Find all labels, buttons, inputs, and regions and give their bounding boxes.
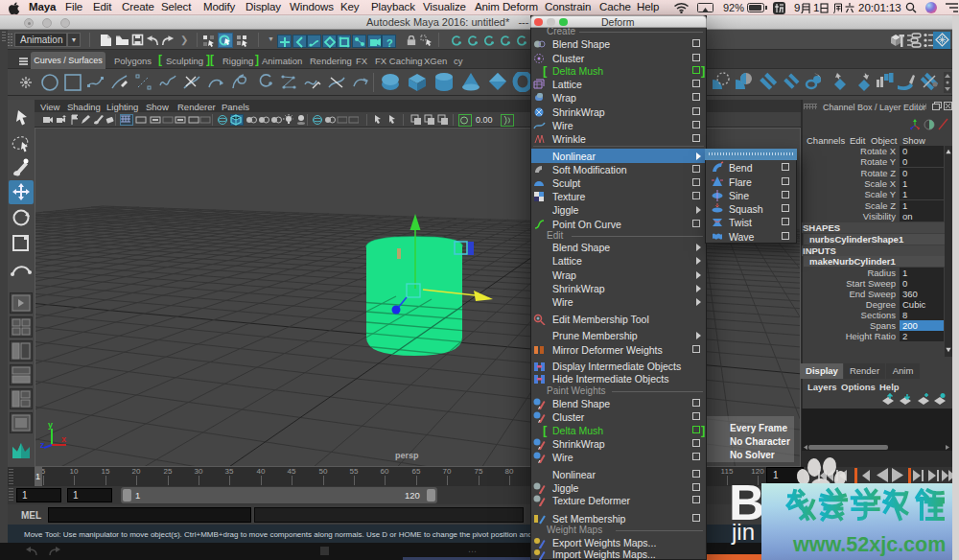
svg-text:x: x [61,434,66,444]
svg-text:z: z [40,440,45,450]
svg-text:?: ? [386,37,393,49]
svg-text:persp: persp [395,451,419,460]
svg-text:y: y [48,420,53,430]
